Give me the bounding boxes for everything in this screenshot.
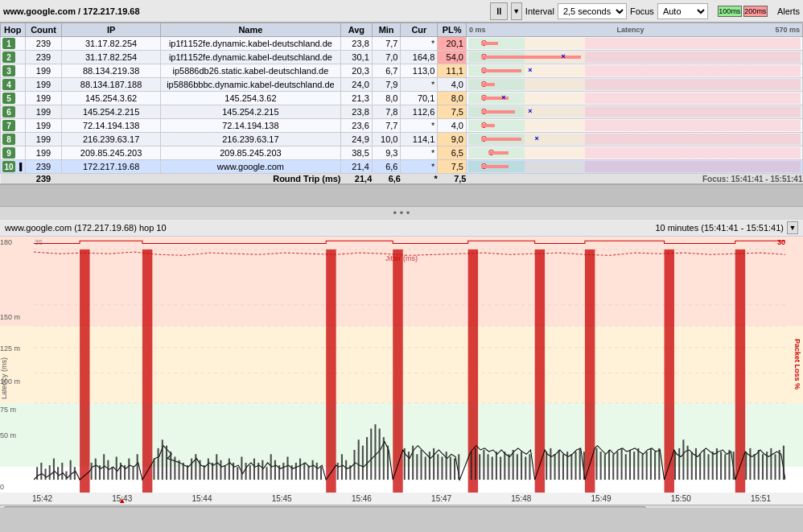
cur-cell: 164,8 <box>401 51 438 64</box>
chart-dots: • • • <box>0 207 803 220</box>
summary-name: Round Trip (ms) <box>160 174 340 184</box>
svg-rect-118 <box>608 450 610 480</box>
table-row[interactable]: 719972.14.194.13872.14.194.13823,67,7*4,… <box>1 119 803 133</box>
svg-rect-40 <box>229 459 230 480</box>
pause-button[interactable]: ⏸ <box>490 2 508 20</box>
svg-rect-129 <box>654 452 656 480</box>
svg-rect-30 <box>187 465 188 480</box>
x-label-1551: 15:51 <box>751 494 771 503</box>
svg-rect-38 <box>220 460 221 480</box>
svg-rect-130 <box>658 448 660 480</box>
x-axis: 15:42 15:43 ▲ 15:44 15:45 15:46 15:47 15… <box>0 493 803 505</box>
scrollbar-thumb[interactable] <box>4 506 646 508</box>
latency-bar-cell <box>466 78 802 92</box>
y-label-150: 150 m <box>0 313 20 321</box>
svg-rect-100 <box>513 450 514 480</box>
interval-select[interactable]: 2,5 seconds 5 seconds 10 seconds <box>558 3 627 19</box>
table-row[interactable]: 8199216.239.63.17216.239.63.1724,910,011… <box>1 133 803 146</box>
cur-cell: 70,1 <box>401 92 438 105</box>
svg-rect-13 <box>103 454 105 480</box>
chart-title-right-container: 10 minutes (15:41:41 - 15:51:41) ▼ <box>655 221 798 234</box>
svg-rect-81 <box>425 456 426 480</box>
table-row[interactable]: 9199209.85.245.203209.85.245.20338,59,3*… <box>1 146 803 160</box>
svg-rect-11 <box>95 459 97 480</box>
hop-cell: 10▐ <box>1 160 26 174</box>
svg-rect-106 <box>550 448 551 480</box>
table-row[interactable]: 319988.134.219.38ip5886db26.static.kabel… <box>1 64 803 78</box>
focus-select[interactable]: Auto Manual <box>657 3 708 19</box>
name-cell: 216.239.63.17 <box>160 133 340 146</box>
avg-cell: 23,6 <box>341 119 373 133</box>
hop-cell: 1 <box>1 37 26 51</box>
svg-rect-47 <box>257 463 259 480</box>
svg-rect-97 <box>500 456 501 480</box>
table-row[interactable]: 5199145.254.3.62145.254.3.6221,38,070,18… <box>1 92 803 105</box>
ip-cell: 72.14.194.138 <box>62 119 160 133</box>
svg-rect-108 <box>558 450 560 480</box>
svg-rect-137 <box>699 454 701 480</box>
chart-dropdown-button[interactable]: ▼ <box>787 221 798 234</box>
col-latency: 0 ms Latency 570 ms <box>466 23 802 37</box>
pl-bar-5 <box>468 250 478 493</box>
hop-number: 7 <box>2 120 15 131</box>
y-label-75: 75 m <box>0 406 16 414</box>
summary-count: 239 <box>25 174 62 184</box>
svg-rect-105 <box>546 452 547 480</box>
svg-rect-85 <box>441 456 443 480</box>
table-body: 123931.17.82.254ip1f1152fe.dynamic.kabel… <box>1 37 803 174</box>
y-axis-title: Latency (ms) <box>0 357 8 399</box>
table-row[interactable]: 123931.17.82.254ip1f1152fe.dynamic.kabel… <box>1 37 803 51</box>
hop-number: 9 <box>2 147 15 159</box>
svg-rect-144 <box>728 450 730 480</box>
svg-rect-132 <box>678 448 680 480</box>
legend-100ms: 100ms <box>718 6 742 17</box>
table-row[interactable]: 6199145.254.2.215145.254.2.21523,87,8112… <box>1 105 803 119</box>
svg-rect-101 <box>517 454 518 480</box>
svg-rect-9 <box>74 467 76 480</box>
count-cell: 199 <box>25 92 62 105</box>
svg-rect-41 <box>233 463 234 480</box>
svg-rect-75 <box>387 446 389 480</box>
interval-dropdown-button[interactable]: ▼ <box>511 2 522 20</box>
count-cell: 239 <box>25 37 62 51</box>
name-cell: www.google.com <box>160 160 340 174</box>
summary-ip <box>62 174 160 184</box>
x-label-1548: 15:48 <box>511 494 531 503</box>
svg-rect-114 <box>583 452 585 480</box>
latency-bar <box>481 56 581 59</box>
cur-cell: * <box>401 160 438 174</box>
scrollbar-area[interactable] <box>0 505 803 508</box>
latency-bar-cell: × <box>466 64 802 78</box>
hop-number: 6 <box>2 106 15 118</box>
table-footer: 239 Round Trip (ms) 21,4 6,6 * 7,5 Focus… <box>1 174 803 184</box>
svg-rect-123 <box>629 450 631 480</box>
summary-avg: 21,4 <box>341 174 373 184</box>
ip-cell: 145.254.2.215 <box>62 105 160 119</box>
svg-rect-3 <box>49 465 51 480</box>
table-row[interactable]: 223931.17.82.254ip1f1152fe.dynamic.kabel… <box>1 51 803 64</box>
col-name: Name <box>160 23 340 37</box>
svg-rect-141 <box>716 448 718 480</box>
svg-rect-136 <box>695 448 697 480</box>
svg-rect-4 <box>53 459 55 480</box>
svg-rect-77 <box>408 452 410 480</box>
svg-rect-56 <box>295 463 297 480</box>
ip-cell: 88.134.187.188 <box>62 78 160 92</box>
svg-rect-72 <box>374 424 376 480</box>
cur-cell: 114,1 <box>401 133 438 146</box>
count-cell: 199 <box>25 133 62 146</box>
table-row[interactable]: 10▐239172.217.19.68www.google.com21,46,6… <box>1 160 803 174</box>
svg-rect-99 <box>508 454 509 480</box>
svg-rect-84 <box>437 454 439 480</box>
hop-number: 5 <box>2 93 15 104</box>
table-row[interactable]: 419988.134.187.188ip5886bbbc.dynamic.kab… <box>1 78 803 92</box>
ip-cell: 172.217.19.68 <box>62 160 160 174</box>
svg-rect-113 <box>579 448 581 480</box>
svg-rect-49 <box>266 467 268 480</box>
count-cell: 199 <box>25 119 62 133</box>
svg-rect-26 <box>170 452 171 480</box>
avg-cell: 21,3 <box>341 92 373 105</box>
svg-rect-135 <box>691 452 693 480</box>
latency-bar-cell <box>466 160 802 174</box>
avg-cell: 23,8 <box>341 105 373 119</box>
